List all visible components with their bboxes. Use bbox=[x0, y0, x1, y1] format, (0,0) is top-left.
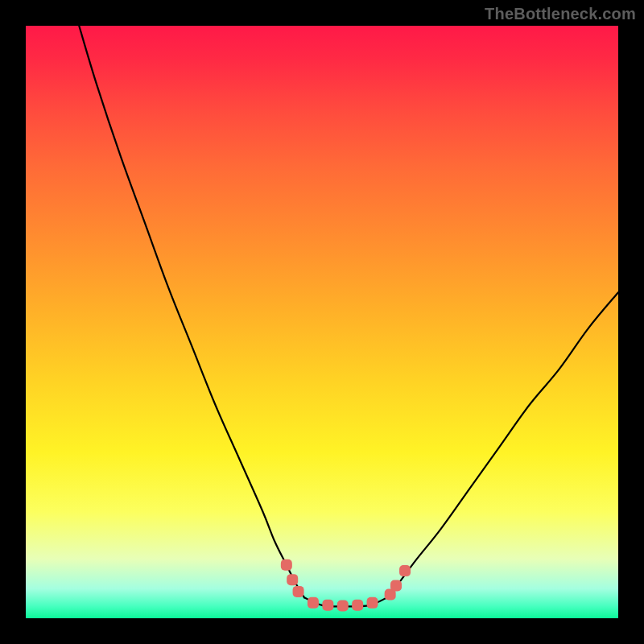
data-marker bbox=[390, 580, 402, 592]
data-marker bbox=[367, 597, 378, 609]
data-marker bbox=[308, 597, 319, 609]
data-marker bbox=[337, 601, 349, 612]
series-left-arm bbox=[79, 26, 304, 597]
data-marker bbox=[293, 586, 304, 597]
outer-frame: TheBottleneck.com bbox=[0, 0, 644, 644]
series-right-arm bbox=[387, 292, 618, 597]
data-marker bbox=[352, 600, 363, 611]
watermark-text: TheBottleneck.com bbox=[485, 5, 636, 23]
data-marker bbox=[399, 565, 411, 576]
line-series bbox=[79, 26, 618, 606]
marker-group bbox=[281, 559, 411, 612]
data-marker bbox=[281, 559, 292, 571]
plot-area bbox=[26, 26, 618, 618]
data-marker bbox=[287, 574, 298, 585]
data-marker bbox=[322, 600, 333, 611]
chart-svg bbox=[26, 26, 618, 618]
